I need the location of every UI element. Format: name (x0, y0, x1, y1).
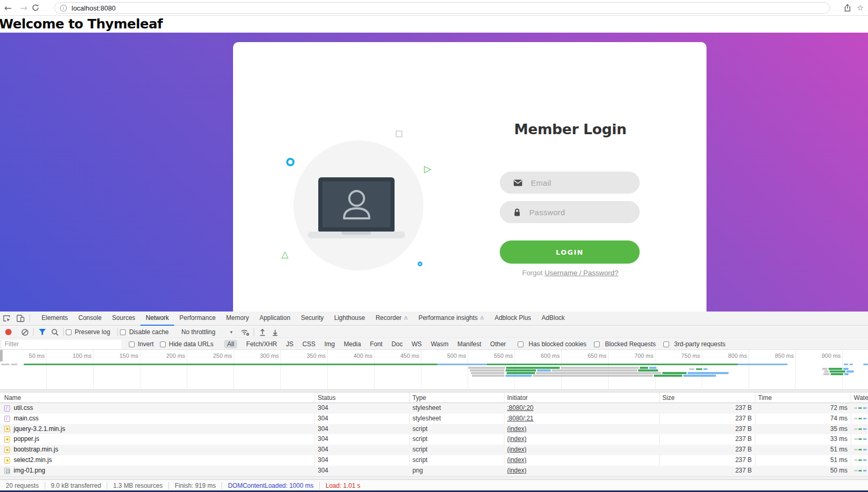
timeline-tick-label: 700 ms (609, 350, 655, 362)
waterfall-bar (472, 375, 504, 377)
request-initiator-link[interactable]: (index) (507, 425, 527, 433)
waterfall-bar (689, 368, 694, 370)
col-status[interactable]: Status (318, 393, 336, 403)
request-name[interactable]: bootstrap.min.js (14, 445, 58, 455)
request-type-filter[interactable]: Font (370, 340, 382, 348)
request-type-filter[interactable]: Manifest (457, 340, 481, 348)
invert-label[interactable]: Invert (138, 340, 154, 348)
site-info-icon[interactable]: i (60, 5, 67, 12)
clear-icon[interactable] (18, 327, 31, 337)
inspect-element-icon[interactable] (0, 312, 14, 325)
preserve-log-checkbox[interactable] (66, 329, 72, 335)
devtools-tab[interactable]: Lighthouse (329, 312, 370, 326)
devtools-tab[interactable]: Recorder⚠ (370, 312, 413, 326)
col-name[interactable]: Name (4, 393, 21, 403)
search-icon[interactable] (48, 327, 61, 337)
blocked-requests-label[interactable]: Blocked Requests (605, 340, 656, 348)
request-row[interactable]: main.css 304 stylesheet :8080/:21 237 B … (0, 414, 868, 424)
devtools-tab[interactable]: Network (140, 312, 174, 326)
request-type-filter[interactable]: CSS (302, 340, 316, 348)
request-size: 237 B (662, 403, 752, 414)
request-row[interactable]: img-01.png 304 png (index) 237 B 50 ms (0, 466, 868, 476)
has-blocked-cookies-label[interactable]: Has blocked cookies (529, 340, 587, 348)
request-initiator-link[interactable]: (index) (507, 467, 527, 474)
waterfall-bar (696, 368, 702, 370)
filter-funnel-icon[interactable] (36, 327, 48, 337)
request-initiator-link[interactable]: (index) (507, 446, 527, 453)
devtools-tab[interactable]: Elements (36, 312, 73, 326)
has-blocked-cookies-checkbox[interactable] (518, 342, 523, 347)
back-icon[interactable]: ← (0, 3, 16, 13)
request-name[interactable]: select2.min.js (14, 455, 52, 466)
network-conditions-icon[interactable] (239, 327, 251, 337)
request-row[interactable]: select2.min.js 304 script (index) 237 B … (0, 455, 868, 466)
devtools-tab[interactable]: Sources (107, 312, 140, 326)
url-text[interactable]: localhost:8080 (72, 4, 116, 12)
record-icon[interactable] (5, 329, 12, 335)
blocked-requests-checkbox[interactable] (594, 342, 600, 347)
disable-cache-label[interactable]: Disable cache (129, 328, 168, 336)
email-input[interactable] (531, 178, 625, 187)
preserve-log-label[interactable]: Preserve log (75, 328, 110, 336)
request-name[interactable]: main.css (14, 414, 38, 424)
col-waterfall[interactable]: Waterfall (854, 393, 868, 403)
devtools-tab[interactable]: Memory (221, 312, 254, 326)
devtools-tab[interactable]: Security (296, 312, 329, 326)
devtools-tab[interactable]: Application (254, 312, 296, 326)
request-type-filter[interactable]: Other (490, 340, 506, 348)
forgot-link[interactable]: Username / Password? (544, 269, 618, 277)
request-type-filter[interactable]: WS (412, 340, 422, 348)
col-initiator[interactable]: Initiator (507, 393, 528, 403)
waterfall-bar (654, 375, 682, 377)
third-party-requests-checkbox[interactable] (663, 342, 669, 347)
request-initiator-link[interactable]: :8080/:20 (507, 404, 533, 411)
throttling-select[interactable]: No throttling ▾ (181, 328, 233, 336)
col-type[interactable]: Type (412, 393, 426, 403)
password-input[interactable] (529, 208, 624, 217)
request-type-filter[interactable]: Doc (391, 340, 402, 348)
request-row[interactable]: util.css 304 stylesheet :8080/:20 237 B … (0, 403, 868, 414)
invert-checkbox[interactable] (129, 342, 135, 347)
import-har-icon[interactable] (256, 327, 269, 337)
address-bar[interactable]: i localhost:8080 (54, 2, 830, 14)
reload-icon[interactable] (32, 4, 47, 12)
col-time[interactable]: Time (758, 393, 772, 403)
devtools-tab[interactable]: Adblock Plus (489, 312, 536, 326)
request-row[interactable]: jquery-3.2.1.min.js 304 script (index) 2… (0, 424, 868, 435)
third-party-requests-label[interactable]: 3rd-party requests (674, 340, 725, 348)
waterfall-overview[interactable] (0, 362, 868, 389)
login-button[interactable]: LOGIN (500, 240, 640, 264)
hide-data-urls-label[interactable]: Hide data URLs (169, 340, 214, 348)
request-name[interactable]: jquery-3.2.1.min.js (14, 424, 65, 435)
disable-cache-checkbox[interactable] (120, 329, 126, 335)
devtools-tab[interactable]: AdBlock (537, 312, 570, 326)
request-row[interactable]: popper.js 304 script (index) 237 B 33 ms (0, 434, 868, 445)
request-name[interactable]: popper.js (14, 434, 39, 445)
request-initiator-link[interactable]: (index) (507, 435, 527, 443)
col-size[interactable]: Size (662, 393, 674, 403)
request-name[interactable]: util.css (14, 403, 33, 414)
request-name[interactable]: img-01.png (14, 466, 45, 476)
request-initiator-link[interactable]: (index) (507, 456, 527, 464)
device-toolbar-icon[interactable] (14, 312, 27, 325)
devtools-tab[interactable]: Console (73, 312, 107, 326)
request-type-filter[interactable]: All (224, 340, 237, 348)
request-initiator-link[interactable]: :8080/:21 (507, 415, 533, 422)
request-type-filter[interactable]: Media (344, 340, 361, 348)
devtools-tab[interactable]: Performance insights⚠ (413, 312, 489, 326)
request-type-filter[interactable]: Fetch/XHR (246, 340, 277, 348)
share-icon[interactable] (843, 4, 852, 12)
bookmark-star-icon[interactable]: ☆ (857, 3, 864, 13)
export-har-icon[interactable] (269, 327, 281, 337)
request-type-filter[interactable]: Wasm (431, 340, 449, 348)
devtools-tab[interactable]: Performance (174, 312, 221, 326)
forward-icon[interactable]: → (16, 3, 32, 13)
chevron-down-icon: ▾ (230, 329, 233, 335)
request-type-filter[interactable]: Img (324, 340, 335, 348)
tab-label: Memory (226, 311, 249, 325)
request-row[interactable]: bootstrap.min.js 304 script (index) 237 … (0, 445, 868, 455)
waterfall-bar (843, 368, 849, 370)
hide-data-urls-checkbox[interactable] (160, 342, 166, 347)
network-filter-input[interactable] (2, 340, 122, 349)
request-type-filter[interactable]: JS (286, 340, 294, 348)
